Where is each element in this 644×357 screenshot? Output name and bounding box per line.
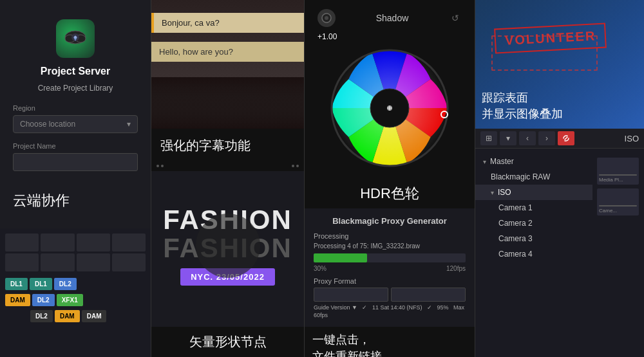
layout-icon[interactable]: ⊞	[480, 131, 497, 145]
project-server-top: Project Server Create Project Library Re…	[0, 0, 151, 228]
tree-label-camera-4: Camera 4	[498, 250, 533, 259]
tag-row-2: DAM DL2 XFX1	[5, 294, 146, 306]
tree-item-camera-2[interactable]: Camera 2	[475, 215, 592, 231]
subtitle-bg: Bonjour, ca va? Hello, how are you?	[151, 0, 304, 129]
tag-xfx1[interactable]: XFX1	[57, 294, 83, 306]
tag-dam-2[interactable]: DAM	[55, 310, 80, 322]
one-click-section: 一键点击，文件重新链接	[305, 327, 475, 357]
subtitle-feature-text: 强化的字幕功能	[151, 129, 304, 161]
tree-arrow-master: ▾	[483, 158, 486, 165]
grid-cell	[41, 233, 74, 252]
grid-cells	[5, 233, 146, 271]
link-icon[interactable]	[558, 131, 574, 145]
grid-cell	[5, 233, 39, 252]
grid-cell	[41, 253, 74, 271]
davinci-logo	[56, 19, 95, 58]
chevron-down-icon: ▾	[127, 120, 131, 129]
tag-dl2-3[interactable]: DL2	[30, 310, 53, 322]
tree-item-iso[interactable]: ▾ ISO	[475, 185, 592, 200]
media-placeholders: Media Pl... Came...	[592, 154, 644, 262]
tag-row-1: DL1 DL1 DL2	[5, 278, 146, 290]
hdr-top: Shadow ↺ +1.00	[305, 0, 475, 179]
progress-bar-fill	[314, 253, 367, 262]
proxy-generator-title: Blackmagic Proxy Generator	[314, 216, 466, 226]
progress-pct: 30%	[314, 265, 327, 272]
tag-dl2[interactable]: DL2	[54, 278, 77, 290]
tag-dl1[interactable]: DL1	[5, 278, 28, 290]
fashion-area: FASHION FASHION NYC. 23/05/2022	[151, 171, 304, 327]
svg-point-6	[325, 16, 328, 20]
subtitle-bar-1: Bonjour, ca va?	[151, 13, 304, 33]
grid-cell	[77, 253, 110, 271]
media-placeholder-1: Media Pl...	[597, 158, 639, 185]
progress-info: 30% 120fps	[314, 265, 466, 272]
reset-icon[interactable]: ↺	[449, 12, 462, 24]
tag-dam-3[interactable]: DAM	[82, 310, 107, 322]
tree-arrow-iso: ▾	[491, 189, 494, 196]
iso-label: ISO	[625, 134, 639, 143]
media-label-1: Media Pl...	[599, 177, 637, 183]
panel-hdr-proxy: Shadow ↺ +1.00	[305, 0, 475, 357]
grid-cell	[77, 233, 110, 252]
tag-row-3: DL2 DAM DAM	[5, 310, 146, 322]
tree-item-blackmagic-raw[interactable]: Blackmagic RAW	[475, 169, 592, 185]
grid-cell	[112, 253, 146, 271]
hdr-title: HDR色轮	[305, 179, 475, 208]
dot-divider	[151, 161, 304, 171]
tracking-text: 跟踪表面 并显示图像叠加	[482, 90, 638, 122]
processing-label: Processing	[314, 232, 466, 240]
color-wheel[interactable]	[325, 44, 454, 172]
tree-label-camera-3: Camera 3	[498, 234, 533, 243]
main-panels: Project Server Create Project Library Re…	[0, 0, 644, 357]
grid-cell	[112, 233, 146, 252]
project-server-title: Project Server	[41, 66, 111, 77]
tree-label-iso: ISO	[498, 188, 511, 197]
proxy-detail-text: Guide Version ▼ ✓ 11 Sat 14:40 (NFS) ✓ 9…	[314, 304, 466, 319]
media-placeholder-2: Came...	[597, 188, 639, 215]
subtitle-area: Bonjour, ca va? Hello, how are you?	[151, 0, 304, 129]
progress-filename: Processing 4 of 75: IMG_33232.braw	[314, 243, 466, 250]
proxy-format-select-1[interactable]	[314, 288, 388, 302]
panel-1-bottom-area: DL1 DL1 DL2 DAM DL2 XFX1 DL2 DAM DAM	[0, 228, 151, 357]
panel-subtitles-fashion: Bonjour, ca va? Hello, how are you? 强化的字…	[151, 0, 305, 357]
dropdown-icon[interactable]: ▾	[500, 131, 516, 145]
tag-dl2-2[interactable]: DL2	[32, 294, 55, 306]
region-select-value: Choose location	[20, 120, 75, 129]
tree-item-camera-3[interactable]: Camera 3	[475, 231, 592, 246]
tracking-box	[491, 35, 598, 71]
tree-label-blackmagic-raw: Blackmagic RAW	[491, 172, 550, 181]
panel-tracking-iso: VOLUNTEER 跟踪表面 并显示图像叠加 ⊞ ▾ ‹ › ISO	[475, 0, 644, 357]
proxy-format-select-2[interactable]	[391, 288, 466, 302]
shadow-header: Shadow ↺	[305, 9, 475, 27]
proxy-format-label: Proxy Format	[314, 277, 466, 285]
tree-item-camera-1[interactable]: Camera 1	[475, 200, 592, 215]
one-click-text: 一键点击，文件重新链接	[312, 332, 467, 357]
progress-fps: 120fps	[446, 265, 466, 272]
project-name-input[interactable]	[13, 153, 138, 171]
tree-label-camera-1: Camera 1	[498, 203, 533, 212]
tag-dl1-2[interactable]: DL1	[30, 278, 52, 290]
panel-project-server: Project Server Create Project Library Re…	[0, 0, 151, 357]
back-icon[interactable]: ‹	[519, 131, 536, 145]
proxy-section: Blackmagic Proxy Generator Processing Pr…	[305, 208, 475, 327]
project-name-label: Project Name	[13, 142, 56, 150]
cloud-collab-text: 云端协作	[13, 192, 70, 215]
progress-bar	[314, 253, 466, 262]
grid-cell	[5, 253, 39, 271]
dot-col-left	[156, 165, 164, 167]
forward-icon[interactable]: ›	[538, 131, 555, 145]
tag-dam[interactable]: DAM	[5, 294, 30, 306]
region-select[interactable]: Choose location ▾	[13, 115, 138, 133]
subtitle-bar-2: Hello, how are you?	[151, 42, 304, 62]
media-label-2: Came...	[599, 208, 637, 214]
tree-item-master[interactable]: ▾ Master	[475, 154, 592, 169]
tree-content: ▾ Master Blackmagic RAW ▾ ISO Camera 1	[475, 154, 644, 262]
svg-point-4	[74, 36, 77, 39]
vector-node-text: 矢量形状节点	[151, 327, 304, 357]
tracking-image: VOLUNTEER 跟踪表面 并显示图像叠加	[475, 0, 644, 129]
iso-tree: ▾ Master Blackmagic RAW ▾ ISO Camera 1	[475, 149, 644, 357]
tree-label-camera-2: Camera 2	[498, 219, 533, 228]
create-project-button[interactable]: Create Project Library	[38, 84, 113, 93]
tree-item-camera-4[interactable]: Camera 4	[475, 246, 592, 262]
proxy-format-row	[314, 288, 466, 302]
